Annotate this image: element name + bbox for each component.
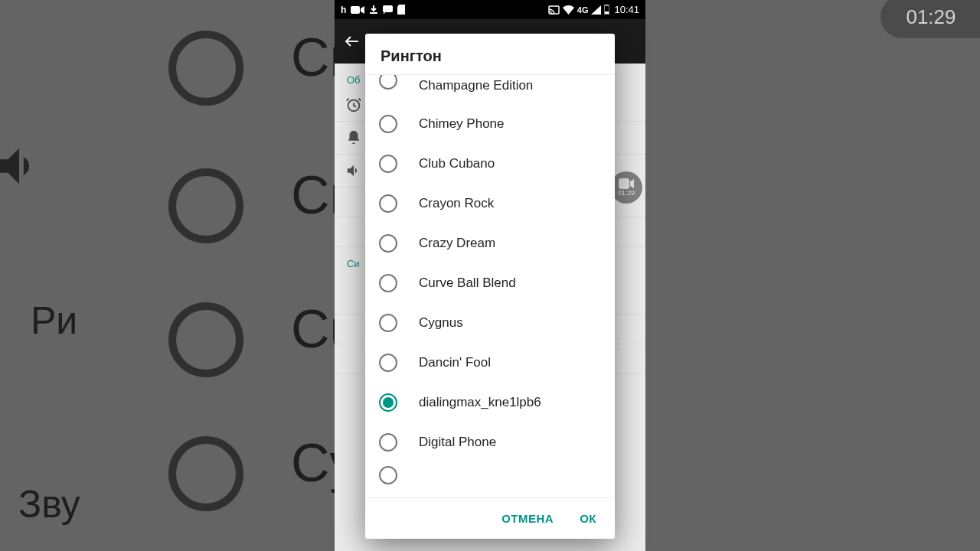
screen-recorder-bubble[interactable]: 01:29 — [610, 171, 642, 204]
bell-icon — [345, 129, 362, 146]
cast-icon — [548, 5, 560, 15]
status-left: h — [341, 5, 405, 15]
ringtone-label: Club Cubano — [419, 156, 495, 171]
ringtone-option[interactable]: Dancin' Fool — [365, 343, 615, 383]
radio-icon — [379, 466, 397, 484]
ringtone-label: Champagne Edition — [419, 78, 533, 93]
radio-icon — [379, 75, 397, 90]
radio-icon — [379, 234, 397, 253]
camera-icon — [619, 178, 634, 189]
ringtone-label: Crazy Dream — [419, 236, 495, 251]
radio-icon — [379, 433, 397, 452]
status-right: 4G 10:41 — [548, 4, 639, 15]
svg-rect-7 — [619, 178, 629, 189]
recording-time: 01:29 — [906, 5, 956, 29]
ringtone-label: Chimey Phone — [419, 116, 505, 132]
ringtone-label: Cygnus — [419, 315, 463, 331]
ringtone-option[interactable]: dialingmax_kne1lpb6 — [365, 383, 615, 422]
ringtone-option[interactable]: Champagne Edition — [365, 75, 615, 104]
network-label: 4G — [577, 5, 589, 15]
battery-icon — [604, 5, 609, 15]
rec-icon — [351, 6, 364, 14]
download-icon — [369, 5, 378, 15]
ringtone-label: Crayon Rock — [419, 196, 494, 211]
svg-rect-5 — [605, 11, 609, 14]
dialog-title: Рингтон — [365, 34, 615, 75]
sd-icon — [397, 5, 405, 15]
cancel-button[interactable]: ОТМЕНА — [498, 507, 557, 530]
ringtone-option[interactable]: Club Cubano — [365, 144, 615, 184]
radio-icon — [379, 314, 397, 332]
sms-icon — [383, 5, 393, 15]
ringtone-label: dialingmax_kne1lpb6 — [419, 395, 541, 410]
signal-icon — [591, 5, 601, 15]
radio-icon — [379, 393, 397, 412]
ringtone-label: Curve Ball Blend — [419, 276, 516, 291]
bg-right-panel: 01:29 — [645, 0, 980, 551]
recorder-time: 01:29 — [618, 189, 635, 197]
bg-left-panel: Cr Cr Cu Cy Ри Зву — [0, 0, 335, 551]
ringtone-option[interactable] — [365, 462, 615, 478]
clock: 10:41 — [614, 4, 639, 15]
ringtone-label: Dancin' Fool — [419, 355, 491, 370]
phone-frame: h 4G 10:41 Об Ри Зв — [335, 0, 645, 551]
radio-icon — [379, 155, 397, 173]
back-icon[interactable] — [339, 28, 365, 54]
radio-icon — [379, 115, 397, 133]
ringtone-dialog: Рингтон Champagne EditionChimey PhoneClu… — [365, 34, 615, 539]
svg-rect-4 — [606, 5, 608, 5]
alarm-icon — [345, 96, 362, 113]
speaker-icon — [345, 162, 362, 179]
ok-button[interactable]: ОК — [577, 507, 599, 530]
recording-time-pill: 01:29 — [880, 0, 980, 38]
ringtone-list[interactable]: Champagne EditionChimey PhoneClub Cubano… — [365, 75, 615, 497]
ringtone-option[interactable]: Digital Phone — [365, 422, 615, 462]
ringtone-option[interactable]: Curve Ball Blend — [365, 263, 615, 303]
radio-icon — [379, 354, 397, 372]
wifi-icon — [563, 5, 574, 15]
dialog-actions: ОТМЕНА ОК — [365, 497, 615, 539]
radio-icon — [379, 194, 397, 213]
ringtone-option[interactable]: Chimey Phone — [365, 104, 615, 144]
svg-rect-1 — [383, 5, 393, 12]
ringtone-option[interactable]: Crazy Dream — [365, 223, 615, 263]
status-bar: h 4G 10:41 — [335, 0, 645, 19]
h-icon: h — [341, 5, 346, 15]
ringtone-option[interactable]: Crayon Rock — [365, 184, 615, 223]
radio-icon — [379, 274, 397, 292]
ringtone-option[interactable]: Cygnus — [365, 303, 615, 343]
svg-rect-0 — [351, 6, 360, 14]
ringtone-label: Digital Phone — [419, 435, 496, 450]
